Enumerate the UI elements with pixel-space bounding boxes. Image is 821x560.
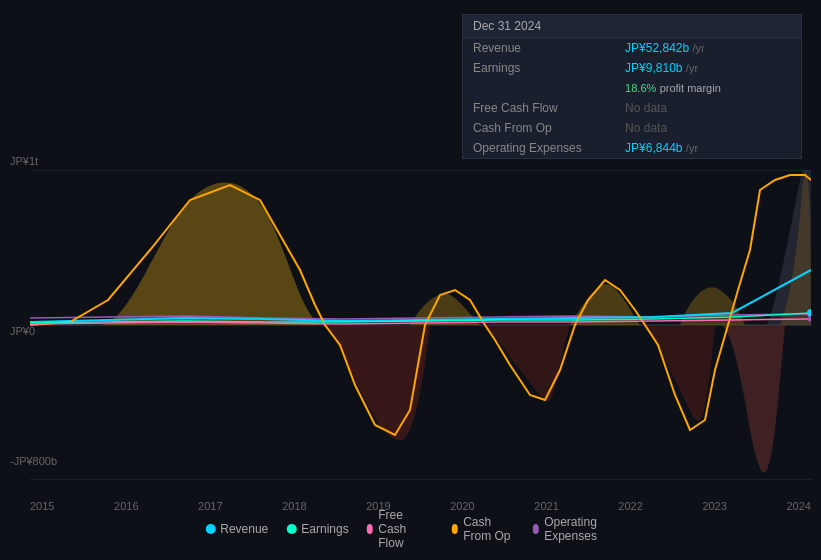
cash-from-op-value: No data (615, 118, 801, 138)
legend-dot-fcf (367, 524, 374, 534)
legend-dot-earnings (286, 524, 296, 534)
legend-cash-from-op: Cash From Op (452, 515, 515, 543)
cashfromop-area-1 (100, 183, 320, 325)
x-label-2023: 2023 (702, 500, 726, 512)
operating-expenses-value: JP¥6,844b /yr (615, 138, 801, 158)
x-label-2022: 2022 (618, 500, 642, 512)
x-label-2015: 2015 (30, 500, 54, 512)
y-label-top: JP¥1t (10, 155, 38, 167)
revenue-value: JP¥52,842b /yr (615, 38, 801, 58)
earnings-value: JP¥9,810b /yr (615, 58, 801, 78)
cashfromop-area-6 (640, 325, 715, 421)
cashfromop-area-2 (320, 325, 430, 440)
legend-label-revenue: Revenue (220, 522, 268, 536)
chart-svg (30, 170, 811, 480)
legend-label-fcf: Free Cash Flow (378, 508, 433, 550)
info-panel: Dec 31 2024 Revenue JP¥52,842b /yr Earni… (462, 14, 802, 159)
earnings-margin-value: 18.6% profit margin (615, 78, 801, 98)
legend-label-earnings: Earnings (301, 522, 348, 536)
operating-expenses-label: Operating Expenses (463, 138, 615, 158)
legend-revenue: Revenue (205, 522, 268, 536)
cashfromop-area-8 (720, 325, 785, 472)
legend: Revenue Earnings Free Cash Flow Cash Fro… (205, 508, 616, 550)
legend-dot-cfo (452, 524, 459, 534)
revenue-label: Revenue (463, 38, 615, 58)
legend-label-cfo: Cash From Op (463, 515, 514, 543)
free-cash-flow-value: No data (615, 98, 801, 118)
legend-label-opex: Operating Expenses (544, 515, 616, 543)
legend-dot-opex (533, 524, 540, 534)
legend-dot-revenue (205, 524, 215, 534)
legend-operating-expenses: Operating Expenses (533, 515, 616, 543)
legend-earnings: Earnings (286, 522, 348, 536)
legend-free-cash-flow: Free Cash Flow (367, 508, 434, 550)
earnings-margin-label (463, 78, 615, 98)
cashfromop-area-10 (767, 170, 811, 325)
x-label-2016: 2016 (114, 500, 138, 512)
x-label-2024: 2024 (786, 500, 810, 512)
cash-from-op-label: Cash From Op (463, 118, 615, 138)
info-panel-date: Dec 31 2024 (463, 15, 801, 38)
earnings-label: Earnings (463, 58, 615, 78)
free-cash-flow-label: Free Cash Flow (463, 98, 615, 118)
